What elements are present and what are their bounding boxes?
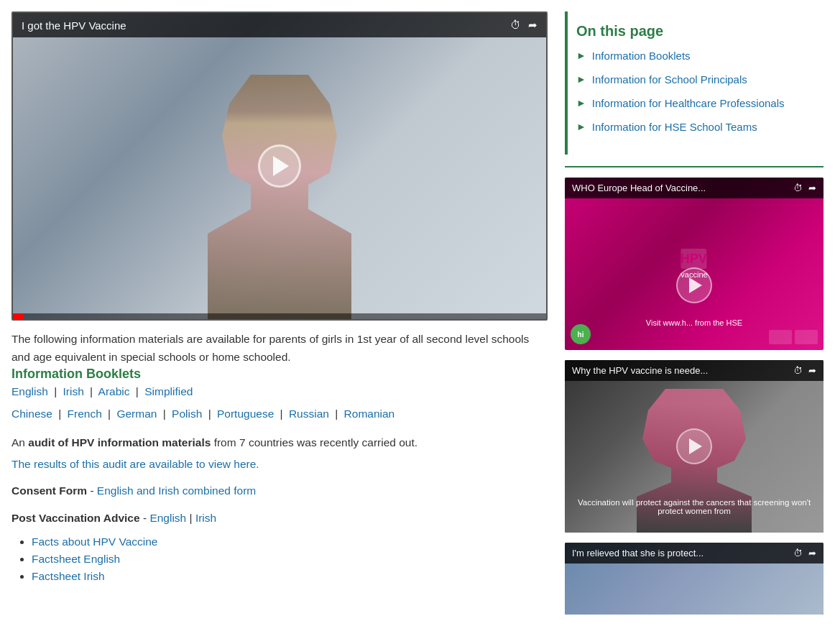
lang-link-russian[interactable]: Russian <box>289 408 329 420</box>
lang-link-portuguese[interactable]: Portuguese <box>217 408 274 420</box>
lang-link-polish[interactable]: Polish <box>172 408 202 420</box>
lang-link-english[interactable]: English <box>11 385 48 397</box>
video-progress-bar <box>13 313 546 319</box>
bullet-list: Facts about HPV Vaccine Factsheet Englis… <box>11 535 548 583</box>
sidebar-video-3-title: I'm relieved that she is protect... <box>572 548 703 558</box>
post-vacc-irish-link[interactable]: Irish <box>195 512 216 524</box>
play-icon <box>689 438 702 454</box>
sidebar-video-2-title: Why the HPV vaccine is neede... <box>572 365 708 376</box>
lang-link-romanian[interactable]: Romanian <box>344 408 395 420</box>
consent-form-link[interactable]: English and Irish combined form <box>97 484 256 497</box>
sidebar-video-3[interactable]: I'm relieved that she is protect... ⏱ ➦ <box>565 543 824 615</box>
information-booklets-heading[interactable]: Information Booklets <box>11 367 141 381</box>
sv3-clock-icon: ⏱ <box>793 548 803 558</box>
video-progress-fill <box>13 313 24 319</box>
list-item: Factsheet Irish <box>32 570 548 583</box>
chevron-icon: ► <box>576 121 586 132</box>
list-item: Facts about HPV Vaccine <box>32 535 548 548</box>
sv2-bottom-text: Vaccination will protect against the can… <box>565 498 824 515</box>
sidebar-item-healthcare[interactable]: ► Information for Healthcare Professiona… <box>576 96 815 111</box>
factsheet-irish-link[interactable]: Factsheet Irish <box>32 570 105 582</box>
sidebar-video-2-play[interactable] <box>676 428 712 464</box>
sidebar-video-1[interactable]: WHO Europe Head of Vaccine... ⏱ ➦ HPV va… <box>565 178 824 350</box>
main-video[interactable]: I got the HPV Vaccine ⏱ ➦ <box>11 12 548 321</box>
audit-bold-text: audit of HPV information materials <box>28 436 211 448</box>
play-triangle-icon <box>273 156 289 176</box>
main-video-titlebar: I got the HPV Vaccine ⏱ ➦ <box>13 13 546 37</box>
main-video-icons: ⏱ ➦ <box>510 19 538 32</box>
sidebar-video-2-bg: Vaccination will protect against the can… <box>565 360 824 533</box>
sidebar-link-school-principals[interactable]: Information for School Principals <box>592 72 747 87</box>
audit-paragraph: An audit of HPV information materials fr… <box>11 434 548 452</box>
sidebar-item-school-principals[interactable]: ► Information for School Principals <box>576 72 815 87</box>
audit-results-link[interactable]: The results of this audit are available … <box>11 458 548 471</box>
lang-links-row2: Chinese | French | German | Polish | Por… <box>11 404 548 424</box>
lang-link-simplified[interactable]: Simplified <box>144 385 193 397</box>
sv3-share-icon: ➦ <box>808 548 816 558</box>
post-vacc-label: Post Vaccination Advice <box>11 512 140 524</box>
play-icon <box>689 277 702 293</box>
main-content: I got the HPV Vaccine ⏱ ➦ The following … <box>11 12 548 625</box>
sidebar-video-1-title: WHO Europe Head of Vaccine... <box>572 183 706 193</box>
sv1-logo-box-1 <box>769 330 792 344</box>
consent-form-label: Consent Form <box>11 484 87 497</box>
chevron-icon: ► <box>576 50 586 61</box>
sv-icons: ⏱ ➦ <box>793 183 816 193</box>
lang-links-row1: English | Irish | Arabic | Simplified <box>11 382 548 402</box>
description-text: The following information materials are … <box>11 331 548 367</box>
lang-link-chinese[interactable]: Chinese <box>11 408 52 420</box>
sv-icons-2: ⏱ ➦ <box>793 365 816 376</box>
on-this-page-title: On this page <box>576 23 815 40</box>
sidebar-item-hse-teams[interactable]: ► Information for HSE School Teams <box>576 119 815 134</box>
sv1-hi-logo: hi <box>571 324 591 344</box>
on-this-page-box: On this page ► Information Booklets ► In… <box>565 12 824 155</box>
lang-link-french[interactable]: French <box>68 408 102 420</box>
facts-hpv-link[interactable]: Facts about HPV Vaccine <box>32 535 157 548</box>
on-this-page-list: ► Information Booklets ► Information for… <box>576 48 815 134</box>
factsheet-english-link[interactable]: Factsheet English <box>32 553 120 565</box>
main-video-bg <box>13 13 546 319</box>
lang-link-arabic[interactable]: Arabic <box>98 385 130 397</box>
sidebar-video-1-play[interactable] <box>676 267 712 303</box>
sidebar-video-1-bg: HPV vaccine Visit www.h... from the HSE … <box>565 178 824 350</box>
person-figure <box>208 75 351 319</box>
chevron-icon: ► <box>576 73 586 85</box>
sidebar-link-hse-teams[interactable]: Information for HSE School Teams <box>592 119 757 134</box>
sv1-visit-text: Visit www.h... from the HSE <box>646 318 742 327</box>
sidebar-link-info-booklets[interactable]: Information Booklets <box>592 48 691 63</box>
main-video-title: I got the HPV Vaccine <box>22 19 126 32</box>
sidebar-video-1-titlebar: WHO Europe Head of Vaccine... ⏱ ➦ <box>565 178 824 198</box>
sidebar-item-info-booklets[interactable]: ► Information Booklets <box>576 48 815 63</box>
sidebar-divider <box>565 166 824 167</box>
clock-icon: ⏱ <box>510 19 521 32</box>
lang-link-irish[interactable]: Irish <box>63 385 84 397</box>
sv1-logos <box>769 330 818 344</box>
sv2-clock-icon: ⏱ <box>793 365 803 376</box>
lang-link-german[interactable]: German <box>116 408 157 420</box>
sv2-share-icon: ➦ <box>808 365 816 376</box>
sv-share-icon: ➦ <box>808 183 816 193</box>
sidebar-link-healthcare[interactable]: Information for Healthcare Professionals <box>592 96 785 111</box>
post-vaccination-line: Post Vaccination Advice - English | Iris… <box>11 508 548 528</box>
sidebar-video-2[interactable]: Why the HPV vaccine is neede... ⏱ ➦ Vacc… <box>565 360 824 533</box>
sidebar: On this page ► Information Booklets ► In… <box>565 12 824 625</box>
share-icon: ➦ <box>528 19 538 32</box>
main-play-button[interactable] <box>258 144 301 188</box>
audit-post-text: from 7 countries was recently carried ou… <box>214 436 418 448</box>
post-vacc-english-link[interactable]: English <box>149 512 186 524</box>
list-item: Factsheet English <box>32 553 548 566</box>
sv-clock-icon: ⏱ <box>793 183 803 193</box>
sidebar-video-3-titlebar: I'm relieved that she is protect... ⏱ ➦ <box>565 543 824 564</box>
sv1-logo-box-2 <box>795 330 818 344</box>
consent-form-line: Consent Form - English and Irish combine… <box>11 481 548 501</box>
sidebar-video-2-titlebar: Why the HPV vaccine is neede... ⏱ ➦ <box>565 360 824 381</box>
chevron-icon: ► <box>576 97 586 109</box>
sv-icons-3: ⏱ ➦ <box>793 548 816 558</box>
audit-pre-text: An <box>11 436 25 448</box>
